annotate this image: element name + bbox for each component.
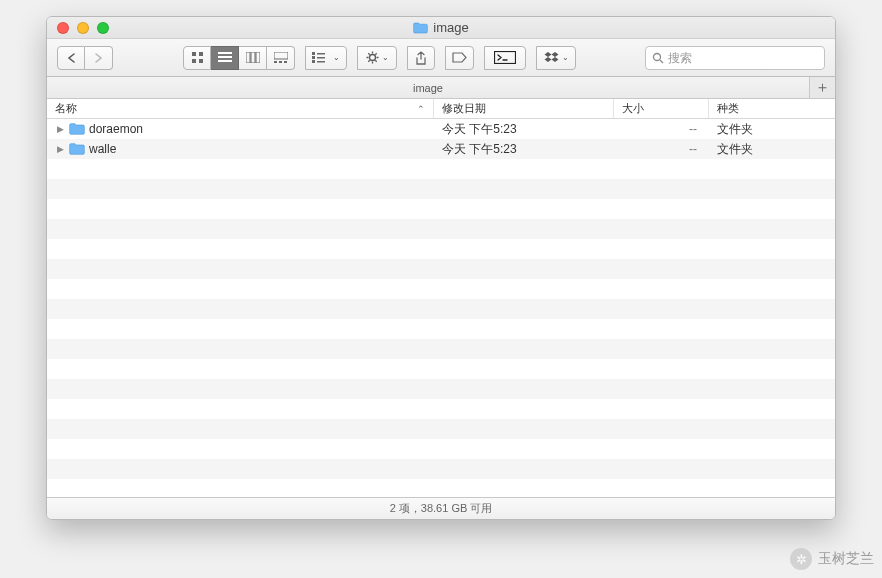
close-icon[interactable]	[57, 22, 69, 34]
svg-rect-0	[192, 52, 196, 56]
svg-rect-11	[274, 61, 277, 63]
svg-rect-19	[317, 61, 325, 63]
svg-rect-3	[199, 59, 203, 63]
view-mode-buttons	[183, 46, 295, 70]
dropbox-icon	[544, 52, 559, 64]
folder-icon	[69, 123, 85, 135]
dropbox-button[interactable]: ⌄	[536, 46, 576, 70]
empty-row	[47, 319, 835, 339]
svg-rect-6	[218, 60, 232, 62]
file-date: 今天 下午5:23	[434, 141, 614, 158]
share-icon	[415, 51, 427, 65]
svg-rect-13	[284, 61, 287, 63]
empty-row	[47, 459, 835, 479]
empty-row	[47, 299, 835, 319]
title-bar[interactable]: image	[47, 17, 835, 39]
column-view-button[interactable]	[239, 46, 267, 70]
empty-row	[47, 259, 835, 279]
terminal-button-group	[484, 46, 526, 70]
svg-rect-7	[246, 52, 250, 63]
column-header-kind[interactable]: 种类	[709, 99, 835, 118]
group-by-button-group: ⌄	[305, 46, 347, 70]
search-input[interactable]	[668, 51, 818, 65]
svg-rect-9	[256, 52, 260, 63]
empty-row	[47, 419, 835, 439]
file-kind: 文件夹	[709, 121, 835, 138]
empty-row	[47, 179, 835, 199]
tags-button-group	[445, 46, 474, 70]
svg-rect-2	[192, 59, 196, 63]
tab-title[interactable]: image	[47, 82, 809, 94]
svg-rect-18	[312, 60, 315, 63]
empty-row	[47, 439, 835, 459]
empty-row	[47, 399, 835, 419]
tab-bar: image ＋	[47, 77, 835, 99]
share-button[interactable]	[407, 46, 435, 70]
minimize-icon[interactable]	[77, 22, 89, 34]
tag-icon	[452, 52, 467, 63]
svg-rect-29	[495, 52, 516, 64]
svg-rect-12	[279, 61, 282, 63]
new-tab-button[interactable]: ＋	[809, 77, 835, 98]
wechat-icon: ✲	[790, 548, 812, 570]
terminal-button[interactable]	[484, 46, 526, 70]
svg-rect-4	[218, 52, 232, 54]
empty-row	[47, 199, 835, 219]
disclosure-triangle-icon[interactable]: ▶	[57, 144, 65, 154]
nav-buttons	[57, 46, 113, 70]
svg-rect-10	[274, 52, 288, 59]
empty-row	[47, 359, 835, 379]
sort-ascending-icon: ⌃	[417, 104, 425, 114]
action-button[interactable]: ⌄	[357, 46, 397, 70]
column-header-size[interactable]: 大小	[614, 99, 709, 118]
disclosure-triangle-icon[interactable]: ▶	[57, 124, 65, 134]
empty-row	[47, 159, 835, 179]
folder-icon	[69, 143, 85, 155]
back-button[interactable]	[57, 46, 85, 70]
share-button-group	[407, 46, 435, 70]
icon-view-button[interactable]	[183, 46, 211, 70]
action-button-group: ⌄	[357, 46, 397, 70]
svg-rect-5	[218, 56, 232, 58]
svg-rect-1	[199, 52, 203, 56]
svg-point-20	[369, 55, 375, 61]
search-field[interactable]	[645, 46, 825, 70]
file-list: ▶doraemon今天 下午5:23--文件夹▶walle今天 下午5:23--…	[47, 119, 835, 497]
file-name: doraemon	[89, 122, 143, 136]
svg-rect-8	[251, 52, 255, 63]
svg-point-30	[654, 53, 661, 60]
empty-row	[47, 239, 835, 259]
svg-rect-17	[317, 57, 325, 59]
table-row[interactable]: ▶walle今天 下午5:23--文件夹	[47, 139, 835, 159]
file-date: 今天 下午5:23	[434, 121, 614, 138]
gear-icon	[366, 51, 379, 64]
list-view-button[interactable]	[211, 46, 239, 70]
svg-line-28	[368, 60, 369, 61]
file-kind: 文件夹	[709, 141, 835, 158]
column-header-date[interactable]: 修改日期	[434, 99, 614, 118]
file-size: --	[614, 122, 709, 136]
gallery-view-button[interactable]	[267, 46, 295, 70]
folder-icon	[413, 22, 428, 34]
empty-row	[47, 279, 835, 299]
empty-row	[47, 379, 835, 399]
finder-window: image ⌄ ⌄ ⌄	[46, 16, 836, 520]
svg-rect-16	[312, 56, 315, 59]
empty-row	[47, 339, 835, 359]
table-row[interactable]: ▶doraemon今天 下午5:23--文件夹	[47, 119, 835, 139]
zoom-icon[interactable]	[97, 22, 109, 34]
svg-line-31	[660, 60, 663, 63]
forward-button[interactable]	[85, 46, 113, 70]
group-by-button[interactable]: ⌄	[305, 46, 347, 70]
empty-row	[47, 219, 835, 239]
file-size: --	[614, 142, 709, 156]
svg-line-27	[375, 53, 376, 54]
tags-button[interactable]	[445, 46, 474, 70]
watermark: ✲ 玉树芝兰	[790, 548, 874, 570]
svg-line-25	[368, 53, 369, 54]
svg-line-26	[375, 60, 376, 61]
svg-rect-14	[312, 52, 315, 55]
search-icon	[652, 52, 664, 64]
svg-rect-15	[317, 53, 325, 55]
column-header-name[interactable]: 名称⌃	[47, 99, 434, 118]
